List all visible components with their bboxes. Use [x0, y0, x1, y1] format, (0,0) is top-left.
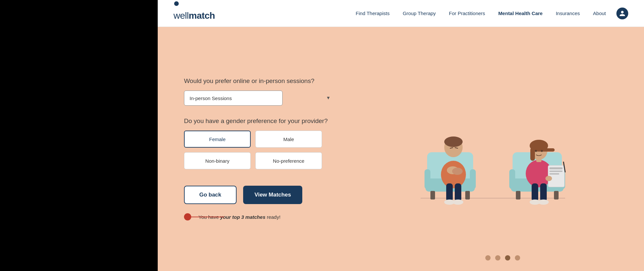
action-buttons: Go back View Matches — [184, 186, 335, 204]
nav-links: Find Therapists Group Therapy For Practi… — [356, 10, 606, 16]
gender-nonbinary-button[interactable]: Non-binary — [184, 152, 251, 169]
svg-rect-32 — [532, 183, 538, 201]
session-select[interactable]: Online Sessions In-person Sessions No pr… — [184, 91, 283, 106]
therapy-illustration — [401, 87, 585, 211]
svg-point-7 — [441, 161, 466, 188]
svg-rect-22 — [509, 169, 515, 189]
session-select-wrapper: Online Sessions In-person Sessions No pr… — [184, 91, 335, 106]
main-area: wellmatch Find Therapists Group Therapy … — [158, 0, 644, 271]
go-back-button[interactable]: Go back — [184, 186, 237, 204]
nav-for-practitioners[interactable]: For Practitioners — [449, 10, 485, 16]
session-question-label: Would you prefer online or in-person ses… — [184, 77, 335, 85]
svg-rect-12 — [446, 183, 453, 201]
gender-female-button[interactable]: Female — [184, 131, 251, 148]
notice-red-line — [191, 217, 224, 217]
svg-rect-3 — [430, 191, 435, 199]
svg-rect-5 — [425, 169, 430, 189]
chevron-down-icon: ▼ — [326, 95, 331, 101]
svg-rect-20 — [516, 191, 520, 199]
svg-rect-13 — [455, 183, 461, 201]
logo-text: wellmatch — [173, 10, 215, 21]
svg-rect-28 — [530, 148, 535, 161]
svg-rect-4 — [465, 191, 470, 199]
nav-insurances[interactable]: Insurances — [556, 10, 580, 16]
svg-point-30 — [535, 150, 537, 152]
notice-red-dot — [184, 213, 191, 220]
illustration-area — [361, 27, 644, 271]
content-area: Would you prefer online or in-person ses… — [158, 27, 644, 271]
pagination-dot-3[interactable] — [505, 255, 510, 261]
svg-point-9 — [444, 136, 463, 147]
svg-rect-21 — [554, 191, 559, 199]
nav-mental-health-care[interactable]: Mental Health Care — [498, 10, 542, 16]
svg-point-41 — [545, 176, 552, 181]
svg-point-15 — [453, 199, 463, 205]
svg-point-31 — [541, 150, 543, 152]
svg-rect-29 — [536, 148, 555, 152]
nav-about[interactable]: About — [593, 10, 606, 16]
form-section: Would you prefer online or in-person ses… — [158, 27, 361, 271]
svg-rect-39 — [549, 173, 559, 175]
logo-dot — [174, 1, 179, 6]
matches-notice: You have your top 3 matches ready! — [184, 213, 335, 220]
svg-rect-38 — [549, 171, 563, 172]
gender-nopreference-button[interactable]: No-preference — [255, 152, 322, 169]
nav-group-therapy[interactable]: Group Therapy — [403, 10, 436, 16]
svg-rect-37 — [549, 167, 563, 169]
svg-point-35 — [538, 199, 549, 205]
svg-rect-33 — [540, 183, 547, 201]
svg-point-17 — [452, 168, 463, 175]
black-panel — [0, 0, 158, 271]
pagination-dot-2[interactable] — [495, 255, 500, 261]
navbar: wellmatch Find Therapists Group Therapy … — [158, 0, 644, 27]
pagination-dot-1[interactable] — [485, 255, 491, 261]
view-matches-button[interactable]: View Matches — [243, 186, 302, 204]
nav-find-therapists[interactable]: Find Therapists — [356, 10, 390, 16]
user-avatar-icon[interactable] — [616, 8, 628, 19]
gender-male-button[interactable]: Male — [255, 131, 322, 148]
logo-area: wellmatch — [173, 6, 215, 21]
gender-options-grid: Female Male Non-binary No-preference — [184, 131, 322, 169]
pagination-dot-4[interactable] — [515, 255, 520, 261]
pagination-dots — [485, 255, 520, 261]
gender-question-label: Do you have a gender preference for your… — [184, 117, 335, 125]
svg-rect-6 — [470, 169, 476, 189]
